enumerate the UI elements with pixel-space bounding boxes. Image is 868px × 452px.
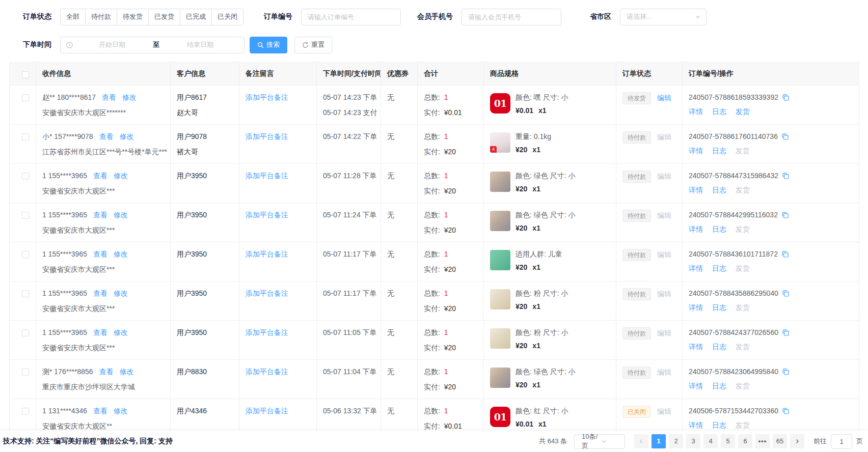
search-button[interactable]: 搜索	[250, 37, 287, 53]
add-note-link[interactable]: 添加平台备注	[246, 250, 288, 258]
copy-icon[interactable]	[781, 133, 789, 140]
view-link[interactable]: 查看	[99, 132, 114, 140]
page-button-3[interactable]: 3	[686, 434, 700, 448]
detail-link[interactable]: 详情	[689, 264, 703, 272]
add-note-link[interactable]: 添加平台备注	[246, 211, 288, 219]
row-checkbox[interactable]	[22, 329, 29, 336]
row-checkbox[interactable]	[22, 290, 29, 297]
ship-link[interactable]: 发货	[736, 107, 750, 116]
row-checkbox[interactable]	[22, 408, 29, 415]
page-button-6[interactable]: 6	[738, 434, 752, 448]
add-note-link[interactable]: 添加平台备注	[246, 328, 288, 336]
view-link[interactable]: 查看	[93, 250, 107, 258]
add-note-link[interactable]: 添加平台备注	[246, 172, 288, 180]
select-all-checkbox[interactable]	[22, 71, 29, 78]
page-button-4[interactable]: 4	[703, 434, 718, 448]
edit-order-link[interactable]: 编辑	[657, 407, 671, 415]
order-time-range-picker[interactable]: 开始日期 至 结束日期	[60, 37, 245, 53]
log-link[interactable]: 日志	[712, 382, 726, 390]
order-no-input[interactable]	[301, 9, 401, 25]
page-ellipsis[interactable]: •••	[755, 434, 770, 448]
view-link[interactable]: 查看	[93, 407, 107, 415]
copy-icon[interactable]	[782, 94, 790, 101]
status-filter-option-1[interactable]: 待付款	[85, 9, 117, 25]
page-jump-input[interactable]	[831, 434, 852, 449]
view-link[interactable]: 查看	[102, 93, 116, 101]
product-thumbnail[interactable]: 01	[490, 93, 510, 114]
detail-link[interactable]: 详情	[689, 225, 703, 233]
start-date-placeholder[interactable]: 开始日期	[73, 40, 151, 49]
product-thumbnail[interactable]	[490, 172, 510, 192]
status-filter-option-0[interactable]: 全部	[60, 9, 86, 25]
view-link[interactable]: 查看	[93, 289, 107, 297]
status-filter-option-4[interactable]: 已完成	[180, 9, 212, 25]
detail-link[interactable]: 详情	[689, 343, 703, 351]
row-checkbox[interactable]	[22, 94, 29, 101]
reset-button[interactable]: 重置	[294, 37, 332, 53]
member-phone-input[interactable]	[462, 9, 561, 25]
detail-link[interactable]: 详情	[689, 107, 703, 116]
modify-link[interactable]: 修改	[114, 407, 128, 415]
add-note-link[interactable]: 添加平台备注	[246, 132, 288, 140]
edit-order-link[interactable]: 编辑	[657, 368, 671, 376]
copy-icon[interactable]	[781, 250, 789, 258]
copy-icon[interactable]	[781, 211, 789, 219]
row-checkbox[interactable]	[22, 133, 29, 140]
product-thumbnail[interactable]	[490, 368, 510, 388]
product-thumbnail[interactable]: 4	[490, 132, 510, 153]
log-link[interactable]: 日志	[712, 225, 726, 233]
product-thumbnail[interactable]	[490, 328, 510, 349]
end-date-placeholder[interactable]: 结束日期	[161, 40, 239, 49]
add-note-link[interactable]: 添加平台备注	[246, 407, 288, 415]
modify-link[interactable]: 修改	[114, 211, 128, 219]
detail-link[interactable]: 详情	[689, 303, 703, 312]
status-filter-option-5[interactable]: 已关闭	[211, 9, 243, 25]
ship-link[interactable]: 发货	[736, 303, 750, 312]
copy-icon[interactable]	[782, 172, 790, 180]
add-note-link[interactable]: 添加平台备注	[246, 289, 288, 297]
ship-link[interactable]: 发货	[736, 421, 750, 429]
edit-order-link[interactable]: 编辑	[657, 211, 671, 219]
status-filter-option-2[interactable]: 待发货	[117, 9, 149, 25]
detail-link[interactable]: 详情	[689, 186, 703, 194]
copy-icon[interactable]	[782, 290, 790, 297]
page-button-2[interactable]: 2	[669, 434, 683, 448]
detail-link[interactable]: 详情	[689, 421, 703, 429]
modify-link[interactable]: 修改	[114, 250, 128, 258]
ship-link[interactable]: 发货	[736, 264, 750, 272]
product-thumbnail[interactable]	[490, 250, 510, 270]
product-thumbnail[interactable]: 01	[490, 407, 510, 427]
log-link[interactable]: 日志	[712, 264, 726, 272]
page-button-5[interactable]: 5	[721, 434, 735, 448]
page-button-1[interactable]: 1	[652, 434, 666, 448]
log-link[interactable]: 日志	[712, 186, 726, 194]
edit-order-link[interactable]: 编辑	[657, 94, 671, 102]
prev-page-button[interactable]	[634, 434, 648, 448]
row-checkbox[interactable]	[22, 251, 29, 258]
edit-order-link[interactable]: 编辑	[657, 133, 671, 141]
view-link[interactable]: 查看	[93, 211, 107, 219]
row-checkbox[interactable]	[22, 369, 29, 376]
view-link[interactable]: 查看	[93, 328, 107, 336]
ship-link[interactable]: 发货	[736, 147, 750, 155]
log-link[interactable]: 日志	[712, 303, 726, 312]
log-link[interactable]: 日志	[712, 421, 726, 429]
copy-icon[interactable]	[782, 407, 790, 415]
row-checkbox[interactable]	[22, 212, 29, 219]
product-thumbnail[interactable]	[490, 289, 510, 309]
copy-icon[interactable]	[782, 368, 790, 376]
page-size-select[interactable]: 10条/页	[574, 434, 625, 449]
ship-link[interactable]: 发货	[736, 382, 750, 390]
view-link[interactable]: 查看	[99, 368, 114, 376]
ship-link[interactable]: 发货	[736, 186, 750, 194]
modify-link[interactable]: 修改	[120, 368, 134, 376]
view-link[interactable]: 查看	[93, 172, 107, 180]
next-page-button[interactable]	[790, 434, 804, 448]
modify-link[interactable]: 修改	[122, 93, 137, 101]
modify-link[interactable]: 修改	[114, 289, 128, 297]
modify-link[interactable]: 修改	[114, 328, 128, 336]
product-thumbnail[interactable]	[490, 211, 510, 231]
ship-link[interactable]: 发货	[736, 343, 750, 351]
detail-link[interactable]: 详情	[689, 382, 703, 390]
copy-icon[interactable]	[782, 329, 790, 336]
